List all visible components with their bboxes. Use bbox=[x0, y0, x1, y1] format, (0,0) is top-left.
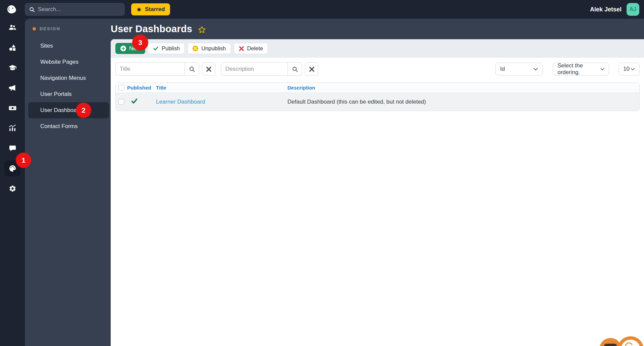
title-search-button[interactable] bbox=[184, 62, 199, 76]
unpublish-button[interactable]: Unpublish bbox=[187, 43, 231, 54]
step-badge-3: 3 bbox=[132, 35, 148, 51]
delete-button[interactable]: Delete bbox=[234, 43, 268, 54]
sidebar: DESIGN Sites Website Pages Navigation Me… bbox=[25, 19, 111, 346]
rail-megaphone-icon[interactable] bbox=[4, 80, 20, 96]
avatar: AJ bbox=[627, 3, 639, 16]
page-header: User Dashboards bbox=[111, 19, 644, 39]
dashboards-table: Published Title Description Learner Dash… bbox=[115, 82, 640, 111]
x-icon bbox=[239, 46, 244, 51]
page-size-value: 10 bbox=[623, 66, 630, 72]
description-filter-input[interactable] bbox=[221, 62, 287, 76]
step-badge-2: 2 bbox=[76, 103, 91, 118]
publish-label: Publish bbox=[162, 45, 180, 52]
app-logo-elephant-icon[interactable] bbox=[5, 3, 19, 16]
rail-cash-icon[interactable] bbox=[4, 100, 20, 116]
card-body: Id Select the ordering. 10 bbox=[111, 58, 644, 346]
icon-rail bbox=[0, 19, 25, 346]
rail-graduation-cap-icon[interactable] bbox=[4, 60, 20, 76]
id-select-value: Id bbox=[500, 66, 505, 72]
publish-button[interactable]: Publish bbox=[148, 43, 185, 54]
content-area: User Dashboards New Publish bbox=[111, 19, 644, 346]
sidebar-item-navigation-menus[interactable]: Navigation Menus bbox=[25, 70, 111, 86]
rail-analytics-icon[interactable] bbox=[4, 120, 20, 136]
search-icon bbox=[189, 66, 195, 72]
chevron-down-icon bbox=[600, 68, 604, 71]
star-icon bbox=[136, 7, 142, 12]
global-search bbox=[25, 3, 125, 16]
user-menu[interactable]: Alek Jetsel AJ bbox=[590, 3, 639, 16]
title-clear-button[interactable] bbox=[202, 62, 215, 76]
clear-x-icon bbox=[206, 66, 212, 72]
starred-label: Starred bbox=[145, 6, 165, 13]
filter-row: Id Select the ordering. 10 bbox=[115, 62, 640, 76]
sidebar-section-header: DESIGN bbox=[25, 24, 111, 33]
row-checkbox[interactable] bbox=[118, 99, 124, 105]
unpublish-label: Unpublish bbox=[201, 45, 226, 52]
chat-widget-glyph bbox=[604, 344, 617, 346]
chevron-down-icon bbox=[533, 68, 538, 71]
description-filter-group bbox=[221, 62, 302, 76]
dashboard-title-link[interactable]: Learner Dashboard bbox=[156, 99, 205, 105]
title-filter-input[interactable] bbox=[115, 62, 184, 76]
column-header-title[interactable]: Title bbox=[153, 85, 285, 91]
main-panel: DESIGN Sites Website Pages Navigation Me… bbox=[25, 19, 644, 346]
search-icon bbox=[292, 66, 298, 72]
table-row: Learner Dashboard Default Dashboard (thi… bbox=[116, 93, 639, 111]
rail-settings-gear-icon[interactable] bbox=[4, 180, 20, 196]
clear-x-icon bbox=[309, 66, 315, 72]
user-name: Alek Jetsel bbox=[590, 6, 622, 13]
search-input[interactable] bbox=[38, 6, 120, 13]
id-select[interactable]: Id bbox=[495, 63, 543, 75]
page-size-select[interactable]: 10 bbox=[619, 63, 640, 75]
step-badge-1: 1 bbox=[16, 153, 31, 168]
column-header-published[interactable]: Published bbox=[126, 85, 153, 91]
rail-chat-icon[interactable] bbox=[4, 140, 20, 156]
sidebar-item-user-portals[interactable]: User Portals bbox=[25, 86, 111, 102]
content-card: New Publish Unpublish bbox=[111, 39, 644, 346]
section-dot-icon bbox=[33, 27, 36, 31]
x-circle-icon bbox=[193, 46, 198, 51]
ordering-select[interactable]: Select the ordering. bbox=[553, 63, 609, 75]
plus-circle-icon bbox=[120, 46, 126, 51]
column-header-description[interactable]: Description bbox=[285, 85, 639, 91]
topbar: Starred Alek Jetsel AJ bbox=[0, 0, 644, 19]
sidebar-item-contact-forms[interactable]: Contact Forms bbox=[25, 118, 111, 134]
title-filter-group bbox=[115, 62, 199, 76]
dashboard-description: Default Dashboard (this can be edited, b… bbox=[285, 99, 639, 105]
sidebar-item-website-pages[interactable]: Website Pages bbox=[25, 54, 111, 70]
description-clear-button[interactable] bbox=[305, 62, 318, 76]
rail-shapes-icon[interactable] bbox=[4, 40, 20, 56]
actions-toolbar: New Publish Unpublish bbox=[111, 39, 644, 58]
page-title: User Dashboards bbox=[111, 23, 192, 35]
delete-label: Delete bbox=[247, 45, 263, 52]
check-icon bbox=[153, 46, 159, 51]
sidebar-item-user-dashboards[interactable]: User Dashboards bbox=[28, 102, 109, 118]
ordering-select-value: Select the ordering. bbox=[557, 62, 600, 76]
rail-users-icon[interactable] bbox=[4, 19, 20, 36]
description-search-button[interactable] bbox=[287, 62, 302, 76]
select-all-checkbox[interactable] bbox=[118, 85, 124, 91]
published-check-icon bbox=[126, 98, 153, 106]
search-icon bbox=[29, 7, 35, 12]
table-header-row: Published Title Description bbox=[116, 83, 639, 93]
section-label: DESIGN bbox=[40, 26, 60, 31]
favorite-star-icon[interactable] bbox=[198, 25, 206, 34]
chevron-down-icon bbox=[631, 68, 635, 71]
sidebar-nav: Sites Website Pages Navigation Menus Use… bbox=[25, 38, 111, 134]
sidebar-item-sites[interactable]: Sites bbox=[25, 38, 111, 54]
starred-button[interactable]: Starred bbox=[131, 3, 170, 15]
